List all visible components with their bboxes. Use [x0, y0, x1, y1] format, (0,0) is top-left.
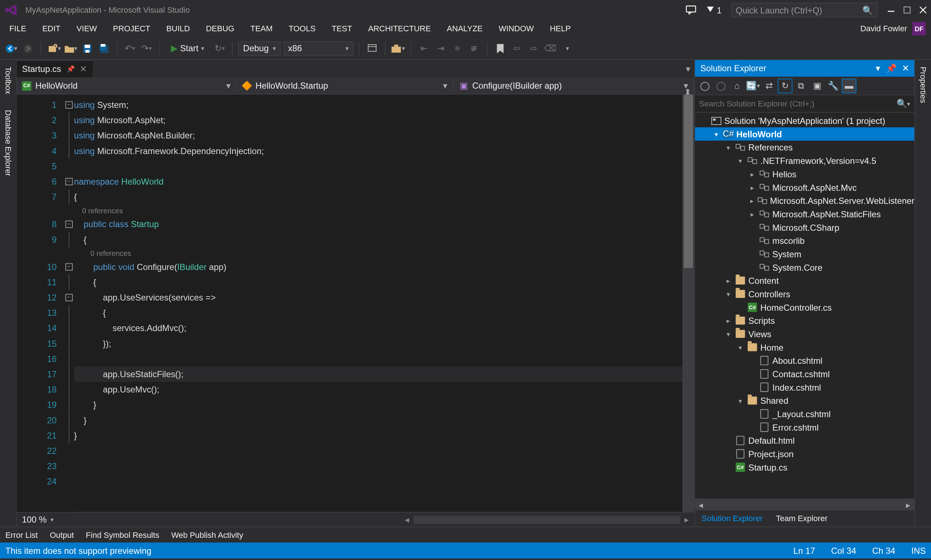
code-line[interactable]: public void Configure(IBuilder app) [74, 259, 683, 274]
expand-icon[interactable]: ▸ [748, 171, 757, 178]
browser-link-button[interactable] [365, 41, 379, 55]
comment-button[interactable]: ≡ [450, 41, 465, 55]
tree-item[interactable]: ▾Home [695, 340, 914, 354]
menu-edit[interactable]: EDIT [34, 22, 68, 36]
code-line[interactable] [74, 458, 683, 474]
se-view-button[interactable]: ▬ [842, 78, 857, 93]
expand-icon[interactable]: ▸ [748, 211, 757, 218]
tree-item[interactable]: C#Startup.cs [695, 460, 914, 474]
code-line[interactable]: { [74, 305, 683, 320]
fold-toggle[interactable]: − [65, 263, 72, 270]
se-back-button[interactable]: ◯ [698, 78, 712, 93]
menu-tools[interactable]: TOOLS [281, 22, 324, 36]
pin-icon[interactable]: 📌 [66, 65, 74, 73]
expand-icon[interactable]: ▾ [712, 131, 720, 138]
tree-item[interactable]: ▾Shared [695, 394, 914, 408]
menu-project[interactable]: PROJECT [105, 22, 159, 36]
se-collapse-button[interactable]: ↻ [777, 78, 792, 93]
code-editor[interactable]: ⬍ 12345678910111213141516171819202122232… [17, 94, 694, 512]
tree-item[interactable]: ▾.NETFramework,Version=v4.5 [695, 154, 914, 168]
zoom-level[interactable]: 100 % [22, 515, 47, 525]
quick-launch-input[interactable]: Quick Launch (Ctrl+Q) 🔍 [731, 3, 877, 17]
hscroll-left-icon[interactable]: ◂ [405, 515, 410, 525]
user-avatar[interactable]: DF [913, 22, 926, 35]
code-line[interactable]: { [74, 232, 683, 247]
code-line[interactable]: app.UseServices(services => [74, 290, 683, 305]
fold-toggle[interactable]: − [65, 178, 72, 185]
tree-item[interactable]: Error.cshtml [695, 420, 914, 434]
menu-architecture[interactable]: ARCHITECTURE [360, 22, 439, 36]
pin-panel-icon[interactable]: 📌 [886, 63, 896, 74]
bottom-tab[interactable]: Error List [5, 530, 38, 540]
menu-file[interactable]: FILE [2, 22, 34, 36]
se-refresh-button[interactable]: ⇄ [761, 78, 776, 93]
tree-item[interactable]: ▸Microsoft.AspNet.Mvc [695, 181, 914, 194]
code-line[interactable]: using Microsoft.AspNet; [74, 113, 683, 128]
fold-toggle[interactable]: − [65, 294, 72, 301]
expand-icon[interactable]: ▾ [737, 397, 744, 404]
code-body[interactable]: using System;using Microsoft.AspNet;usin… [74, 94, 683, 512]
tree-item[interactable]: ▾Views [695, 327, 914, 340]
menu-help[interactable]: HELP [542, 22, 579, 36]
solution-explorer-search[interactable]: 🔍▾ [695, 95, 914, 113]
expand-icon[interactable]: ▸ [748, 197, 755, 204]
menu-view[interactable]: VIEW [68, 22, 105, 36]
bookmark-button[interactable] [493, 41, 507, 55]
expand-icon[interactable]: ▾ [737, 157, 744, 164]
panel-dropdown-icon[interactable]: ▾ [876, 63, 880, 74]
expand-icon[interactable]: ▸ [724, 317, 732, 324]
nav-back-button[interactable]: ▾ [4, 41, 18, 55]
tree-item[interactable]: ▸Scripts [695, 314, 914, 328]
tree-item[interactable]: Project.json [695, 447, 914, 461]
indent-more-button[interactable]: ⇥ [433, 41, 448, 55]
code-line[interactable]: namespace HelloWorld [74, 174, 683, 189]
panel-tab[interactable]: Solution Explorer [695, 511, 769, 526]
rail-tab-toolbox[interactable]: Toolbox [2, 64, 14, 97]
save-all-button[interactable] [97, 41, 111, 55]
fold-toggle[interactable]: − [65, 102, 72, 109]
tree-item[interactable]: ▾References [695, 141, 914, 154]
tree-item[interactable]: ▸Microsoft.AspNet.StaticFiles [695, 207, 914, 221]
se-preview-button[interactable]: ▣ [809, 78, 824, 93]
menu-window[interactable]: WINDOW [490, 22, 542, 36]
maximize-button[interactable] [903, 6, 911, 14]
tree-item[interactable]: ▸Microsoft.AspNet.Server.WebListener [695, 194, 914, 208]
hscroll-right-icon[interactable]: ▸ [684, 515, 689, 525]
refresh-button[interactable]: ↻▾ [213, 41, 227, 55]
solution-explorer-header[interactable]: Solution Explorer ▾ 📌 ✕ [695, 60, 914, 77]
expand-icon[interactable]: ▸ [724, 277, 732, 284]
tree-item[interactable]: ▸Helios [695, 167, 914, 181]
se-properties-button[interactable]: 🔧 [826, 78, 840, 93]
panel-tab[interactable]: Team Explorer [769, 511, 834, 526]
se-horizontal-scrollbar[interactable]: ◂▸ [695, 498, 914, 511]
toolbar-overflow-button[interactable]: ▾ [560, 41, 575, 55]
uncomment-button[interactable]: ≢ [467, 41, 481, 55]
close-panel-icon[interactable]: ✕ [902, 63, 909, 74]
code-line[interactable] [74, 443, 683, 458]
rail-tab-properties[interactable]: Properties [917, 64, 929, 106]
tree-item[interactable]: ▸Content [695, 274, 914, 288]
se-search-input[interactable] [699, 99, 896, 108]
bottom-tab[interactable]: Output [50, 530, 74, 540]
tree-item[interactable]: System.Core [695, 260, 914, 274]
prev-bookmark-button[interactable]: ⇦ [510, 41, 524, 55]
file-tab-startup[interactable]: Startup.cs 📌 ✕ [17, 60, 92, 77]
notifications-icon[interactable]: 1 [706, 5, 721, 15]
expand-icon[interactable]: ▾ [724, 330, 732, 338]
config-dropdown[interactable]: Debug▾ [239, 41, 281, 55]
new-project-button[interactable]: ▾ [46, 41, 61, 55]
menu-team[interactable]: TEAM [242, 22, 281, 36]
se-forward-button[interactable]: ◯ [714, 78, 728, 93]
code-line[interactable] [74, 474, 683, 489]
next-bookmark-button[interactable]: ⇨ [526, 41, 541, 55]
vertical-scrollbar[interactable] [682, 94, 694, 512]
code-line[interactable]: using Microsoft.Framework.DependencyInje… [74, 143, 683, 158]
tree-item[interactable]: Microsoft.CSharp [695, 221, 914, 234]
tree-item[interactable]: _Layout.cshtml [695, 408, 914, 421]
tree-item[interactable]: mscorlib [695, 234, 914, 248]
tab-overflow-button[interactable]: ▾ [682, 60, 694, 77]
code-line[interactable]: } [74, 412, 683, 428]
fold-toggle[interactable]: − [65, 221, 72, 228]
zoom-dropdown-icon[interactable]: ▾ [51, 516, 54, 523]
indent-less-button[interactable]: ⇤ [417, 41, 431, 55]
